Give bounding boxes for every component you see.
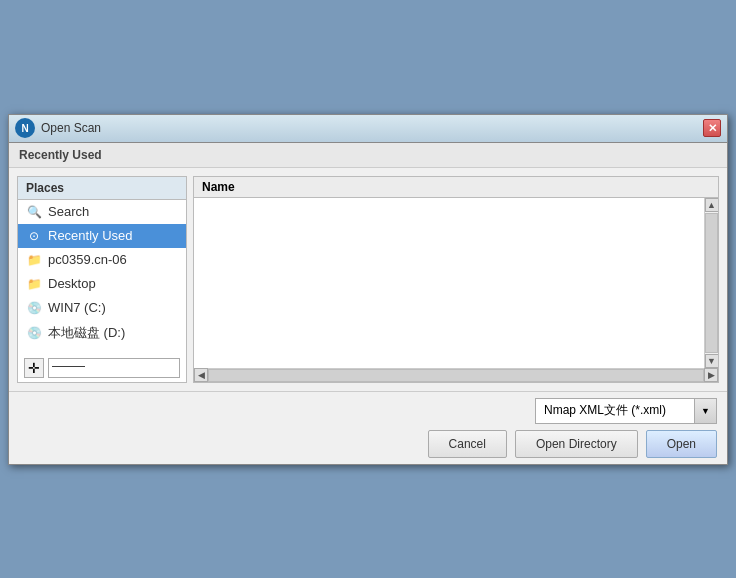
add-icon: ✛ (28, 360, 40, 376)
sidebar: Places 🔍 Search ⊙ Recently Used 📁 pc0359… (17, 176, 187, 383)
main-area: Places 🔍 Search ⊙ Recently Used 📁 pc0359… (9, 168, 727, 391)
footer: Nmap XML文件 (*.xml) ▼ Cancel Open Directo… (9, 391, 727, 464)
add-location-button[interactable]: ✛ (24, 358, 44, 378)
scroll-left-button[interactable]: ◀ (194, 368, 208, 382)
open-directory-button[interactable]: Open Directory (515, 430, 638, 458)
recently-used-icon: ⊙ (26, 228, 42, 244)
file-list-header: Name (194, 177, 718, 198)
sidebar-item-desktop-label: Desktop (48, 276, 96, 291)
open-scan-dialog: N Open Scan ✕ Recently Used Places 🔍 Sea… (8, 114, 728, 465)
subtitle-text: Recently Used (19, 148, 102, 162)
path-text: ——— (52, 359, 85, 371)
sidebar-bottom: ✛ ——— (18, 354, 186, 382)
sidebar-item-locald[interactable]: 💿 本地磁盘 (D:) (18, 320, 186, 346)
scroll-down-button[interactable]: ▼ (705, 354, 719, 368)
sidebar-item-search-label: Search (48, 204, 89, 219)
file-list (194, 198, 704, 368)
sidebar-item-recently-used[interactable]: ⊙ Recently Used (18, 224, 186, 248)
drive-icon-d: 💿 (26, 325, 42, 341)
dialog-title: Open Scan (41, 121, 101, 135)
sidebar-item-win7c[interactable]: 💿 WIN7 (C:) (18, 296, 186, 320)
sidebar-header: Places (18, 177, 186, 200)
open-button[interactable]: Open (646, 430, 717, 458)
drive-icon-c: 💿 (26, 300, 42, 316)
footer-row2: Cancel Open Directory Open (19, 430, 717, 458)
cancel-button[interactable]: Cancel (428, 430, 507, 458)
scroll-thumb-v[interactable] (705, 213, 718, 353)
file-panel: Name ▲ ▼ ◀ ▶ (193, 176, 719, 383)
file-scrollable: ▲ ▼ (194, 198, 718, 368)
column-name-label: Name (202, 180, 235, 194)
sidebar-item-recently-used-label: Recently Used (48, 228, 133, 243)
scroll-up-button[interactable]: ▲ (705, 198, 719, 212)
sidebar-item-pc0359[interactable]: 📁 pc0359.cn-06 (18, 248, 186, 272)
sidebar-item-pc0359-label: pc0359.cn-06 (48, 252, 127, 267)
path-input[interactable]: ——— (48, 358, 180, 378)
filetype-dropdown-button[interactable]: ▼ (695, 398, 717, 424)
horizontal-scrollbar[interactable]: ◀ ▶ (194, 368, 718, 382)
sidebar-item-desktop[interactable]: 📁 Desktop (18, 272, 186, 296)
close-button[interactable]: ✕ (703, 119, 721, 137)
search-icon: 🔍 (26, 204, 42, 220)
footer-row1: Nmap XML文件 (*.xml) ▼ (19, 398, 717, 424)
sidebar-item-search[interactable]: 🔍 Search (18, 200, 186, 224)
sidebar-item-win7c-label: WIN7 (C:) (48, 300, 106, 315)
app-logo: N (15, 118, 35, 138)
scroll-thumb-h[interactable] (208, 369, 704, 382)
sidebar-item-locald-label: 本地磁盘 (D:) (48, 324, 125, 342)
subtitle-bar: Recently Used (9, 143, 727, 168)
scroll-right-button[interactable]: ▶ (704, 368, 718, 382)
folder-icon-pc0359: 📁 (26, 252, 42, 268)
titlebar: N Open Scan ✕ (9, 115, 727, 143)
titlebar-left: N Open Scan (15, 118, 101, 138)
vertical-scrollbar[interactable]: ▲ ▼ (704, 198, 718, 368)
folder-icon-desktop: 📁 (26, 276, 42, 292)
filetype-label: Nmap XML文件 (*.xml) (535, 398, 695, 424)
filetype-selector[interactable]: Nmap XML文件 (*.xml) ▼ (535, 398, 717, 424)
